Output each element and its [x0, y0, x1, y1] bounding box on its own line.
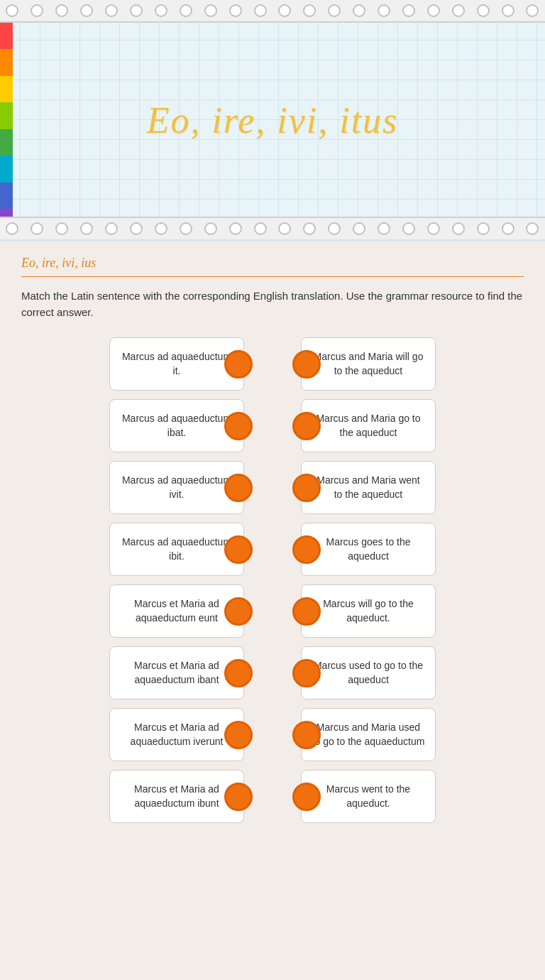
- binding-hole: [130, 4, 143, 17]
- color-tab-blue: [0, 183, 13, 209]
- header-title: Eo, ire, ivi, itus: [147, 99, 399, 141]
- binding-hole: [31, 4, 43, 17]
- connector-dot-left: [224, 659, 253, 687]
- english-card[interactable]: Marcus used to go to the aqueduct: [301, 646, 436, 699]
- english-card[interactable]: Marcus goes to the aqueduct: [301, 523, 436, 576]
- binding-hole: [80, 222, 93, 235]
- right-group: Marcus and Maria go to the aqueduct: [301, 399, 436, 452]
- binding-hole: [80, 4, 93, 17]
- english-card[interactable]: Marcus and Maria used to go to the aquae…: [301, 708, 436, 761]
- binding-hole: [155, 222, 167, 235]
- connector-dot-left: [224, 350, 253, 379]
- right-group: Marcus will go to the aqueduct.: [301, 584, 436, 638]
- binding-hole: [452, 222, 465, 235]
- english-card[interactable]: Marcus and Maria will go to the aqueduct: [301, 337, 436, 391]
- binding-hole: [427, 4, 440, 17]
- binding-hole: [229, 4, 242, 17]
- header-section: Eo, ire, ivi, itus: [0, 0, 545, 241]
- right-group: Marcus and Maria will go to the aqueduct: [301, 337, 436, 391]
- connector-dot-left: [224, 412, 253, 440]
- english-card[interactable]: Marcus and Maria go to the aqueduct: [301, 399, 436, 452]
- binding-hole: [303, 4, 316, 17]
- binding-hole: [204, 4, 217, 17]
- binding-hole: [477, 4, 490, 17]
- binding-hole: [353, 4, 365, 17]
- binding-hole: [378, 222, 390, 235]
- binding-hole: [526, 222, 539, 235]
- binding-hole: [6, 4, 18, 17]
- connector-dot-left: [224, 535, 253, 564]
- connector-dot-right: [292, 597, 321, 626]
- left-group: Marcus ad aquaeductum ibit.: [109, 523, 244, 576]
- connector-dot-right: [292, 535, 321, 564]
- binding-hole: [55, 222, 68, 235]
- binding-hole: [303, 222, 316, 235]
- pair-row: Marcus et Maria ad aquaeductum eunt Marc…: [21, 584, 524, 638]
- right-group: Marcus and Maria went to the aqueduct: [301, 461, 436, 514]
- pair-row: Marcus ad aquaeductum it. Marcus and Mar…: [21, 337, 524, 391]
- english-card[interactable]: Marcus went to the aqueduct.: [301, 770, 436, 823]
- pair-row: Marcus et Maria ad aquaeductum ibant Mar…: [21, 646, 524, 699]
- pair-row: Marcus ad aquaeductum ibit. Marcus goes …: [21, 523, 524, 576]
- left-group: Marcus et Maria ad aquaeductum ibunt: [109, 770, 244, 823]
- connector-dot-right: [292, 350, 321, 379]
- binding-hole: [353, 222, 365, 235]
- binding-hole: [6, 222, 18, 235]
- connector-dot-left: [224, 474, 253, 502]
- instructions-text: Match the Latin sentence with the corres…: [21, 288, 524, 320]
- binding-hole: [55, 4, 68, 17]
- binding-hole: [452, 4, 465, 17]
- section-divider: [21, 276, 524, 277]
- english-card[interactable]: Marcus and Maria went to the aqueduct: [301, 461, 436, 514]
- pair-row: Marcus et Maria ad aquaeductum iverunt M…: [21, 708, 524, 761]
- connector-dot-left: [224, 597, 253, 626]
- color-tab-green: [0, 129, 13, 156]
- binding-hole: [278, 4, 291, 17]
- english-card[interactable]: Marcus will go to the aqueduct.: [301, 584, 436, 638]
- left-group: Marcus et Maria ad aquaeductum ibant: [109, 646, 244, 699]
- binding-hole: [204, 222, 217, 235]
- left-group: Marcus ad aquaeductum it.: [109, 337, 244, 391]
- binding-hole: [328, 222, 341, 235]
- binding-hole: [427, 222, 440, 235]
- left-group: Marcus ad aquaeductum ibat.: [109, 399, 244, 452]
- binding-strip-bottom: [0, 217, 545, 239]
- right-group: Marcus goes to the aqueduct: [301, 523, 436, 576]
- binding-hole: [526, 4, 539, 17]
- color-tab-yellow: [0, 76, 13, 102]
- binding-hole: [155, 4, 167, 17]
- binding-hole: [502, 4, 514, 17]
- binding-hole: [130, 222, 143, 235]
- binding-hole: [180, 222, 192, 235]
- pairs-container: Marcus ad aquaeductum it. Marcus and Mar…: [21, 337, 524, 823]
- connector-dot-right: [292, 783, 321, 811]
- connector-dot-left: [224, 783, 253, 811]
- connector-dot-right: [292, 474, 321, 502]
- binding-hole: [278, 222, 291, 235]
- left-group: Marcus et Maria ad aquaeductum eunt: [109, 584, 244, 638]
- section-subtitle: Eo, ire, ivi, ius: [21, 256, 524, 271]
- binding-hole: [402, 4, 415, 17]
- binding-hole: [105, 222, 118, 235]
- connector-dot-right: [292, 659, 321, 687]
- connector-dot-right: [292, 721, 321, 749]
- main-content: Eo, ire, ivi, ius Match the Latin senten…: [0, 241, 545, 980]
- right-group: Marcus used to go to the aqueduct: [301, 646, 436, 699]
- right-group: Marcus went to the aqueduct.: [301, 770, 436, 823]
- connector-dot-right: [292, 412, 321, 440]
- left-group: Marcus et Maria ad aquaeductum iverunt: [109, 708, 244, 761]
- color-tab-teal: [0, 156, 13, 182]
- connector-dot-left: [224, 721, 253, 749]
- pair-row: Marcus et Maria ad aquaeductum ibunt Mar…: [21, 770, 524, 823]
- color-tabs: [0, 23, 13, 241]
- binding-hole: [402, 222, 415, 235]
- color-tab-red: [0, 23, 13, 49]
- color-tab-lime: [0, 102, 13, 129]
- right-group: Marcus and Maria used to go to the aquae…: [301, 708, 436, 761]
- binding-hole: [502, 222, 514, 235]
- binding-hole: [254, 4, 267, 17]
- binding-hole: [31, 222, 43, 235]
- pair-row: Marcus ad aquaeductum ivit. Marcus and M…: [21, 461, 524, 514]
- color-tab-orange: [0, 49, 13, 75]
- left-group: Marcus ad aquaeductum ivit.: [109, 461, 244, 514]
